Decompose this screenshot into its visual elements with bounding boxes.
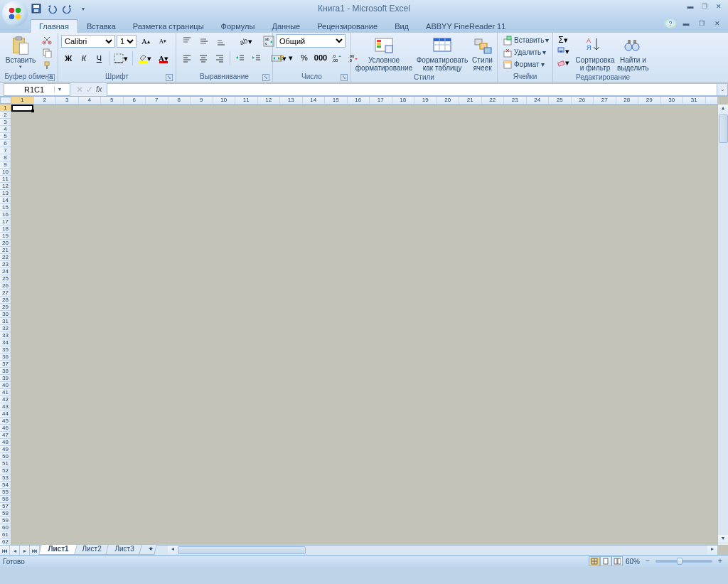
cells-area[interactable] xyxy=(11,105,717,545)
qat-customize[interactable]: ▾ xyxy=(77,2,90,15)
expand-formula-bar[interactable]: ⌄ xyxy=(717,83,728,96)
row-header[interactable]: 49 xyxy=(0,446,11,453)
dialog-launcher[interactable]: ⤡ xyxy=(48,74,55,81)
column-header[interactable]: 1 xyxy=(11,97,34,104)
row-header[interactable]: 44 xyxy=(0,410,11,418)
row-header[interactable]: 16 xyxy=(0,211,11,218)
column-header[interactable]: 3 xyxy=(56,97,79,104)
column-header[interactable]: 31 xyxy=(683,97,706,104)
cut-button[interactable] xyxy=(40,34,54,46)
column-header[interactable]: 15 xyxy=(325,97,348,104)
row-header[interactable]: 2 xyxy=(0,112,11,119)
row-header[interactable]: 57 xyxy=(0,503,11,510)
percent-button[interactable]: % xyxy=(296,51,312,65)
decrease-indent-button[interactable] xyxy=(232,51,248,65)
row-header[interactable]: 27 xyxy=(0,290,11,297)
currency-button[interactable]: ₽▾ xyxy=(276,51,296,65)
column-header[interactable]: 26 xyxy=(572,97,594,104)
scroll-up-button[interactable]: ▴ xyxy=(718,105,728,115)
row-header[interactable]: 7 xyxy=(0,147,11,154)
column-header[interactable]: 10 xyxy=(213,97,236,104)
clear-button[interactable]: ▾ xyxy=(556,57,570,68)
column-header[interactable]: 12 xyxy=(258,97,281,104)
row-header[interactable]: 47 xyxy=(0,432,11,439)
font-color-button[interactable]: A▾ xyxy=(154,51,173,65)
align-middle-button[interactable] xyxy=(196,34,212,48)
row-header[interactable]: 20 xyxy=(0,240,11,247)
scroll-left-button[interactable]: ◂ xyxy=(168,546,178,555)
row-header[interactable]: 29 xyxy=(0,304,11,311)
active-cell[interactable] xyxy=(11,105,33,112)
row-header[interactable]: 50 xyxy=(0,453,11,460)
row-header[interactable]: 61 xyxy=(0,531,11,538)
column-header[interactable]: 13 xyxy=(280,97,303,104)
dialog-launcher[interactable]: ⤡ xyxy=(166,74,173,81)
row-header[interactable]: 36 xyxy=(0,354,11,361)
format-cells-button[interactable]: Формат ▾ xyxy=(500,58,551,70)
column-header[interactable]: 25 xyxy=(549,97,572,104)
name-box[interactable]: ▾ xyxy=(4,83,70,96)
row-header[interactable]: 1 xyxy=(0,105,11,112)
zoom-thumb[interactable] xyxy=(677,558,682,565)
row-header[interactable]: 54 xyxy=(0,482,11,489)
fill-color-button[interactable]: ▾ xyxy=(135,51,154,65)
row-header[interactable]: 26 xyxy=(0,282,11,290)
row-header[interactable]: 28 xyxy=(0,297,11,304)
column-header[interactable]: 27 xyxy=(594,97,616,104)
new-sheet-button[interactable]: ✦ xyxy=(139,545,157,555)
cell-styles-button[interactable]: Стили ячеек xyxy=(471,34,494,73)
row-header[interactable]: 32 xyxy=(0,325,11,332)
comma-button[interactable]: 000 xyxy=(313,51,328,65)
column-header[interactable]: 19 xyxy=(414,97,437,104)
column-header[interactable]: 30 xyxy=(661,97,684,104)
enter-formula-icon[interactable]: ✓ xyxy=(86,85,93,95)
doc-minimize-button[interactable]: ▬ xyxy=(680,18,692,28)
column-header[interactable]: 28 xyxy=(616,97,639,104)
row-header[interactable]: 18 xyxy=(0,225,11,233)
page-break-button[interactable] xyxy=(611,556,623,566)
dialog-launcher[interactable]: ⤡ xyxy=(262,74,269,81)
row-header[interactable]: 34 xyxy=(0,339,11,346)
row-header[interactable]: 15 xyxy=(0,204,11,211)
row-header[interactable]: 13 xyxy=(0,190,11,197)
align-right-button[interactable] xyxy=(212,51,228,65)
italic-button[interactable]: К xyxy=(77,51,92,65)
row-header[interactable]: 6 xyxy=(0,140,11,147)
column-header[interactable]: 21 xyxy=(459,97,482,104)
row-header[interactable]: 48 xyxy=(0,439,11,446)
row-header[interactable]: 9 xyxy=(0,161,11,169)
row-header[interactable]: 33 xyxy=(0,332,11,339)
underline-button[interactable]: Ч xyxy=(92,51,107,65)
row-header[interactable]: 43 xyxy=(0,403,11,410)
row-header[interactable]: 55 xyxy=(0,489,11,496)
row-header[interactable]: 41 xyxy=(0,389,11,396)
find-select-button[interactable]: Найти и выделить xyxy=(616,34,651,73)
row-header[interactable]: 59 xyxy=(0,517,11,524)
bold-button[interactable]: Ж xyxy=(61,51,76,65)
horizontal-scrollbar[interactable]: ◂ ▸ xyxy=(168,546,717,555)
borders-button[interactable]: ▾ xyxy=(112,51,130,65)
row-header[interactable]: 24 xyxy=(0,268,11,275)
column-header[interactable]: 17 xyxy=(370,97,392,104)
align-center-button[interactable] xyxy=(196,51,211,65)
format-as-table-button[interactable]: Форматировать как таблицу xyxy=(415,34,469,73)
row-header[interactable]: 39 xyxy=(0,375,11,382)
sheet-next-button[interactable]: ▸ xyxy=(20,546,30,556)
redo-button[interactable] xyxy=(61,2,74,15)
tab-abbyy[interactable]: ABBYY FineReader 11 xyxy=(417,20,514,33)
column-header[interactable]: 2 xyxy=(34,97,57,104)
tab-view[interactable]: Вид xyxy=(386,20,417,33)
formula-input[interactable] xyxy=(107,83,717,96)
minimize-button[interactable]: ▬ xyxy=(684,1,697,11)
column-header[interactable]: 20 xyxy=(437,97,460,104)
column-header[interactable]: 8 xyxy=(168,97,191,104)
tab-data[interactable]: Данные xyxy=(263,20,309,33)
row-header[interactable]: 35 xyxy=(0,346,11,354)
row-header[interactable]: 38 xyxy=(0,368,11,375)
column-header[interactable]: 16 xyxy=(348,97,370,104)
autosum-button[interactable]: Σ▾ xyxy=(556,34,570,46)
row-header[interactable]: 56 xyxy=(0,496,11,503)
sheet-first-button[interactable]: ⏮ xyxy=(0,546,10,556)
row-header[interactable]: 12 xyxy=(0,183,11,190)
row-header[interactable]: 10 xyxy=(0,169,11,176)
